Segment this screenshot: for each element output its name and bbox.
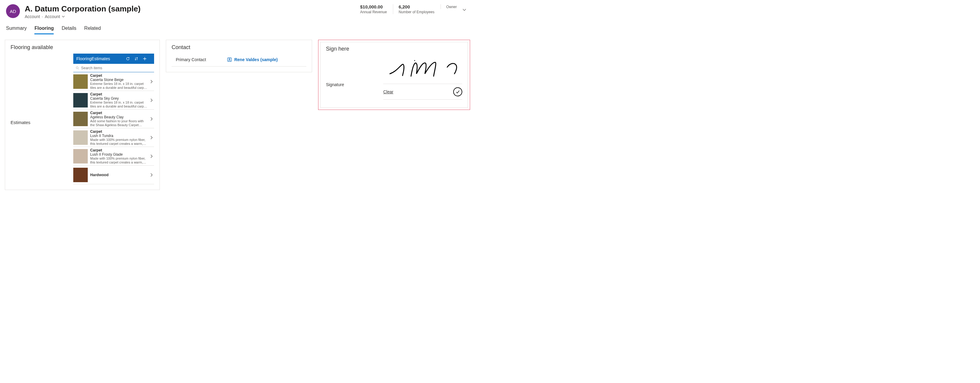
add-icon[interactable]	[143, 57, 151, 61]
list-item[interactable]: CarpetLush II Frosty GladeMade with 100%…	[73, 147, 154, 166]
chevron-right-icon[interactable]	[150, 173, 154, 177]
signature-highlight: Sign here Signature Clear	[318, 40, 470, 110]
signature-canvas[interactable]	[383, 55, 462, 84]
signature-card: Sign here Signature Clear	[320, 42, 468, 108]
list-item[interactable]: Hardwood	[73, 166, 154, 184]
swatch	[73, 74, 88, 89]
header-expand-button[interactable]	[460, 4, 469, 12]
item-description: Add some fashion to your floors with the…	[90, 119, 148, 127]
svg-point-0	[76, 66, 78, 69]
item-description: Made with 100% premium nylon fiber, this…	[90, 157, 148, 164]
item-title: Carpet	[90, 92, 148, 97]
chevron-right-icon[interactable]	[150, 117, 154, 121]
item-description: Extreme Series 18 in. x 18 in. carpet ti…	[90, 82, 148, 89]
tab-details[interactable]: Details	[62, 25, 76, 34]
stat-annual-revenue: $10,000.00 Annual Revenue	[360, 4, 387, 14]
tab-related[interactable]: Related	[84, 25, 101, 34]
swatch	[73, 93, 88, 108]
stat-owner: Owner	[441, 4, 457, 9]
page-title: A. Datum Corporation (sample)	[25, 4, 360, 14]
search-input[interactable]	[81, 66, 152, 70]
svg-point-3	[414, 60, 415, 61]
item-description: Made with 100% premium nylon fiber, this…	[90, 138, 148, 146]
tab-summary[interactable]: Summary	[6, 25, 27, 34]
item-title: Carpet	[90, 111, 148, 115]
item-subtitle: Caserta Stone Beige	[90, 78, 148, 82]
chevron-right-icon[interactable]	[150, 79, 154, 84]
list-item[interactable]: CarpetAgeless Beauty ClayAdd some fashio…	[73, 109, 154, 128]
item-title: Carpet	[90, 148, 148, 152]
chevron-right-icon[interactable]	[150, 98, 154, 102]
item-subtitle: Lush II Frosty Glade	[90, 152, 148, 157]
chevron-down-icon[interactable]	[62, 15, 65, 18]
check-icon	[455, 89, 460, 94]
estimates-label: Estimates	[11, 54, 68, 125]
stat-employees: 6,200 Number of Employees	[393, 4, 434, 14]
item-subtitle: Lush II Tundra	[90, 134, 148, 138]
signature-clear-button[interactable]: Clear	[383, 89, 393, 94]
item-title: Hardwood	[90, 173, 148, 177]
avatar: AD	[6, 4, 20, 18]
item-subtitle: Ageless Beauty Clay	[90, 115, 148, 119]
header-stats: $10,000.00 Annual Revenue 6,200 Number o…	[360, 4, 457, 14]
entity-type: Account	[25, 14, 40, 19]
sort-icon[interactable]	[134, 57, 143, 61]
svg-point-2	[229, 59, 230, 60]
primary-contact-name: Rene Valdes (sample)	[234, 57, 278, 62]
primary-contact-label: Primary Contact	[176, 57, 227, 62]
list-item[interactable]: CarpetCaserta Sky GreyExtreme Series 18 …	[73, 91, 154, 109]
swatch	[73, 112, 88, 126]
list-item[interactable]: CarpetCaserta Stone BeigeExtreme Series …	[73, 72, 154, 91]
list-header: FlooringEstimates	[73, 54, 154, 64]
form-name: Account	[45, 14, 60, 19]
item-subtitle: Caserta Sky Grey	[90, 97, 148, 101]
flooring-title: Flooring available	[11, 44, 154, 51]
swatch	[73, 149, 88, 163]
chevron-right-icon[interactable]	[150, 136, 154, 140]
search-icon	[76, 66, 79, 70]
form-tabs: Summary Flooring Details Related	[0, 19, 475, 34]
swatch	[73, 168, 88, 182]
signature-confirm-button[interactable]	[453, 87, 462, 97]
swatch	[73, 130, 88, 145]
tab-flooring[interactable]: Flooring	[34, 25, 54, 34]
search-row[interactable]	[73, 64, 154, 72]
contact-icon	[227, 57, 232, 62]
signature-label: Signature	[326, 55, 383, 100]
refresh-icon[interactable]	[126, 57, 134, 61]
list-item[interactable]: CarpetLush II TundraMade with 100% premi…	[73, 128, 154, 147]
item-title: Carpet	[90, 130, 148, 134]
contact-card: Contact Primary Contact Rene Valdes (sam…	[166, 40, 312, 72]
chevron-right-icon[interactable]	[150, 154, 154, 158]
item-title: Carpet	[90, 73, 148, 78]
breadcrumb[interactable]: Account · Account	[25, 14, 360, 19]
contact-title: Contact	[172, 44, 306, 51]
record-header: AD A. Datum Corporation (sample) Account…	[0, 0, 475, 19]
list-title: FlooringEstimates	[76, 56, 126, 61]
flooring-card: Flooring available Estimates FlooringEst…	[5, 40, 160, 190]
item-description: Extreme Series 18 in. x 18 in. carpet ti…	[90, 101, 148, 108]
signature-title: Sign here	[326, 46, 462, 52]
primary-contact-value[interactable]: Rene Valdes (sample)	[227, 57, 278, 62]
